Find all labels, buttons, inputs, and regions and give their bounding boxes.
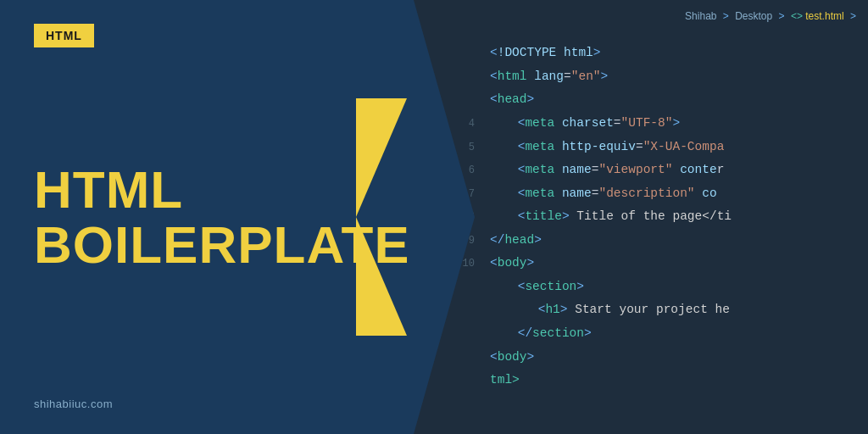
code-text: <body> [490,252,534,275]
line-num: 4 [458,114,475,134]
breadcrumb-folder: Desktop [735,10,772,22]
code-line-body-close: <body> [458,346,732,370]
code-text: <h1> Start your project he [490,298,730,322]
code-text: <body> [490,346,534,370]
code-line-meta-charset: 4 <meta charset="UTF-8"> [458,112,732,136]
left-panel: HTML HTML BOILERPLATES shihabiiuc.com [0,0,407,434]
line-num: 10 [458,254,475,274]
html-badge: HTML [34,24,94,47]
code-line-html: <html lang="en"> [458,65,732,89]
title-line2: BOILERPLATES [34,217,373,272]
code-line-head-open: <head> [458,88,732,112]
code-line-doctype: <!DOCTYPE html> [458,42,732,65]
code-text: </head> [490,229,542,253]
code-text: <html lang="en"> [490,65,608,89]
main-title: HTML BOILERPLATES [34,162,373,272]
code-line-h1: <h1> Start your project he [458,298,732,322]
code-text: tml> [490,369,520,392]
code-line-section-open: <section> [458,275,732,299]
code-line-meta-viewport: 6 <meta name="viewport" conter [458,159,732,182]
right-panel: Shihab > Desktop > <> test.html > <!DOCT… [407,0,868,434]
breadcrumb: Shihab > Desktop > <> test.html > [685,10,860,22]
code-line-section-close: </section> [458,322,732,346]
code-text: <head> [490,88,534,112]
code-line-body-open: 10 <body> [458,252,732,275]
code-text: </section> [490,322,592,346]
code-area: <!DOCTYPE html> <html lang="en"> <head> … [407,25,748,409]
breadcrumb-path: Shihab [685,10,716,22]
line-num: 7 [458,185,475,204]
code-text: <meta charset="UTF-8"> [490,112,680,136]
breadcrumb-sep2: > [779,10,785,22]
code-line-meta-desc: 7 <meta name="description" co [458,182,732,206]
line-num: 8 [458,208,475,227]
breadcrumb-file: test.html [805,10,843,22]
code-line-title: 8 <title> Title of the page</ti [458,205,732,229]
line-num: 5 [458,138,475,158]
code-text: <meta name="viewport" conter [490,159,724,182]
title-line1: HTML [34,162,373,217]
breadcrumb-sep1: > [723,10,729,22]
code-text: <!DOCTYPE html> [490,42,601,65]
code-line-head-close: 9 </head> [458,229,732,253]
breadcrumb-icon: <> [791,10,803,22]
code-text: <title> Title of the page</ti [490,205,732,229]
code-line-html-close: tml> [458,369,732,392]
code-text: <meta name="description" co [490,182,717,206]
line-num: 9 [458,231,475,251]
breadcrumb-sep3: > [850,10,856,22]
code-line-meta-http: 5 <meta http-equiv="X-UA-Compa [458,136,732,159]
website-label: shihabiiuc.com [34,398,113,410]
code-text: <meta http-equiv="X-UA-Compa [490,136,724,159]
line-num: 6 [458,161,475,181]
code-text: <section> [490,275,584,299]
